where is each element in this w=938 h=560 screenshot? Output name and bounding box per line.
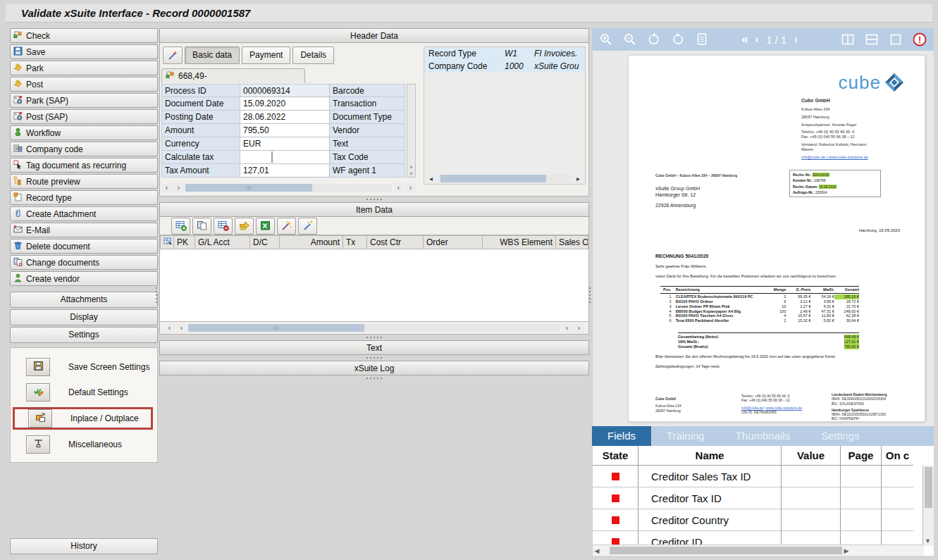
record-panel-hscrollbar[interactable]: ◂ ▸: [424, 173, 585, 184]
field-row[interactable]: Creditor Sales Tax ID: [593, 466, 934, 487]
scroll-left-icon[interactable]: ◂: [426, 174, 436, 183]
export-excel-icon[interactable]: [256, 218, 275, 235]
scroll-right-icon[interactable]: ›: [574, 323, 584, 332]
document-date-field[interactable]: 15.09.2020: [240, 97, 330, 111]
zoom-in-icon[interactable]: [598, 31, 615, 48]
wand-button[interactable]: [163, 46, 183, 64]
tab-details[interactable]: Details: [292, 46, 334, 64]
first-page-icon[interactable]: «: [741, 31, 748, 48]
text-section-bar[interactable]: Text: [159, 340, 589, 355]
sidebar-item-workflow[interactable]: Workflow: [10, 125, 158, 140]
xsuite-log-section-bar[interactable]: xSuite Log: [159, 361, 589, 375]
sidebar-item-change-documents[interactable]: Change documents: [10, 255, 158, 270]
column-header[interactable]: Cost Ctr: [367, 235, 424, 249]
tab-basic-data[interactable]: Basic data: [185, 46, 240, 64]
splitter-item-text[interactable]: [159, 335, 589, 340]
prev-page-icon[interactable]: ‹: [755, 31, 759, 48]
insert-row-icon[interactable]: [171, 218, 190, 235]
column-header[interactable]: PK: [174, 235, 195, 249]
sidebar-item-create-vendor[interactable]: Create vendor: [10, 271, 158, 286]
fields-vscrollbar[interactable]: ▼: [922, 466, 934, 546]
document-viewer[interactable]: cube Cube GmbH Kubus-Allee 234 28097 Ham…: [592, 51, 934, 426]
wand-alt-icon[interactable]: [298, 218, 317, 235]
currency-field[interactable]: EUR: [240, 137, 330, 151]
scroll-right-icon[interactable]: ▸: [573, 174, 584, 183]
field-row[interactable]: Creditor Tax ID: [593, 487, 934, 509]
field-value[interactable]: [782, 487, 841, 509]
two-columns-icon[interactable]: [839, 31, 856, 48]
column-header[interactable]: G/L Acct: [195, 235, 250, 249]
tab-settings[interactable]: Settings: [806, 426, 875, 446]
item-data-section-bar[interactable]: Item Data: [159, 202, 589, 217]
sidebar-item-save[interactable]: Save: [10, 44, 158, 59]
scroll-down-icon[interactable]: ˅: [409, 170, 413, 177]
splitter-text-log[interactable]: [159, 355, 589, 361]
miscellaneous-button[interactable]: [26, 435, 50, 454]
zoom-out-icon[interactable]: [622, 31, 638, 48]
scroll-right-icon[interactable]: ›: [405, 183, 416, 192]
field-row[interactable]: Creditor Country: [593, 509, 934, 531]
history-button[interactable]: History: [10, 538, 158, 554]
process-id-field[interactable]: 0000069314: [240, 84, 330, 97]
scroll-left-icon[interactable]: ◀: [593, 547, 601, 554]
column-header[interactable]: D/C: [250, 235, 280, 249]
sidebar-item-route-preview[interactable]: Route preview: [10, 174, 158, 189]
fields-hscrollbar[interactable]: ◀▶: [593, 545, 924, 556]
column-header[interactable]: Tx: [343, 235, 367, 249]
column-header[interactable]: Amount: [280, 235, 343, 249]
scroll-right-icon[interactable]: ›: [176, 323, 187, 332]
sidebar-item-email[interactable]: E-Mail: [10, 223, 158, 237]
sidebar-item-park-sap[interactable]: Park (SAP): [10, 93, 158, 108]
two-rows-icon[interactable]: [863, 31, 880, 48]
sidebar-item-check[interactable]: Check: [10, 28, 158, 43]
document-icon[interactable]: [693, 31, 710, 48]
field-value[interactable]: [782, 466, 841, 487]
sidebar-item-post[interactable]: Post: [10, 77, 158, 92]
scroll-left-icon[interactable]: ‹: [562, 323, 572, 332]
scroll-left-icon[interactable]: ‹: [164, 323, 175, 332]
scroll-left-icon[interactable]: ‹: [393, 183, 404, 192]
item-table-hscrollbar[interactable]: ‹› ΙΙΙ ‹›: [159, 322, 589, 335]
tab-payment[interactable]: Payment: [242, 46, 290, 64]
splitter-header-item[interactable]: [159, 197, 589, 202]
sidebar-item-company-code[interactable]: SCompany code: [10, 142, 158, 156]
rotate-ccw-icon[interactable]: [646, 31, 662, 48]
column-header[interactable]: Sales Ord.: [556, 235, 588, 249]
sidebar-item-park[interactable]: Park: [10, 61, 158, 75]
column-header[interactable]: Order: [424, 235, 483, 249]
sidebar-panel-attachments[interactable]: Attachments: [10, 292, 158, 308]
header-fields-hscrollbar[interactable]: ‹› ΙΙΙ ‹›: [161, 182, 416, 193]
sidebar-panel-settings[interactable]: Settings: [10, 327, 158, 343]
viewer-splitter[interactable]: [589, 287, 591, 303]
scroll-down-icon[interactable]: ▼: [925, 537, 931, 545]
amount-field[interactable]: 795,50: [240, 124, 330, 137]
header-fields-vscrollbar[interactable]: ˄˅: [407, 84, 416, 178]
sidebar-panel-display[interactable]: Display: [10, 309, 158, 325]
inplace-outplace-button[interactable]: [28, 409, 52, 428]
rotate-cw-icon[interactable]: [669, 31, 686, 48]
tab-training[interactable]: Training: [651, 426, 720, 446]
sidebar-splitter[interactable]: [156, 287, 157, 303]
transfer-icon[interactable]: [235, 218, 254, 235]
item-table-body[interactable]: [159, 249, 589, 322]
copy-row-icon[interactable]: [192, 218, 211, 235]
column-header[interactable]: WBS Element: [483, 235, 556, 249]
sidebar-item-create-attachment[interactable]: Create Attachment: [10, 206, 158, 221]
sidebar-item-delete-document[interactable]: Delete document: [10, 239, 158, 254]
calculate-tax-checkbox[interactable]: [271, 151, 273, 163]
scroll-right-icon[interactable]: ›: [173, 183, 184, 192]
sidebar-item-tag-recurring[interactable]: Tag document as recurring: [10, 158, 158, 173]
header-data-section-bar[interactable]: Header Data: [159, 28, 589, 43]
posting-date-field[interactable]: 28.06.2022: [240, 111, 330, 124]
save-screen-settings-button[interactable]: [26, 358, 50, 376]
default-settings-button[interactable]: [26, 383, 50, 402]
scroll-up-icon[interactable]: ˄: [409, 164, 413, 170]
wand-icon[interactable]: [277, 218, 296, 235]
alert-icon[interactable]: !: [911, 31, 928, 48]
field-value[interactable]: [782, 509, 841, 531]
tab-fields[interactable]: Fields: [592, 426, 651, 446]
sidebar-item-record-type[interactable]: Record type: [10, 190, 158, 205]
table-selector-icon[interactable]: [160, 235, 174, 249]
splitter-log-bottom[interactable]: [159, 375, 589, 381]
delete-row-icon[interactable]: [214, 218, 233, 235]
